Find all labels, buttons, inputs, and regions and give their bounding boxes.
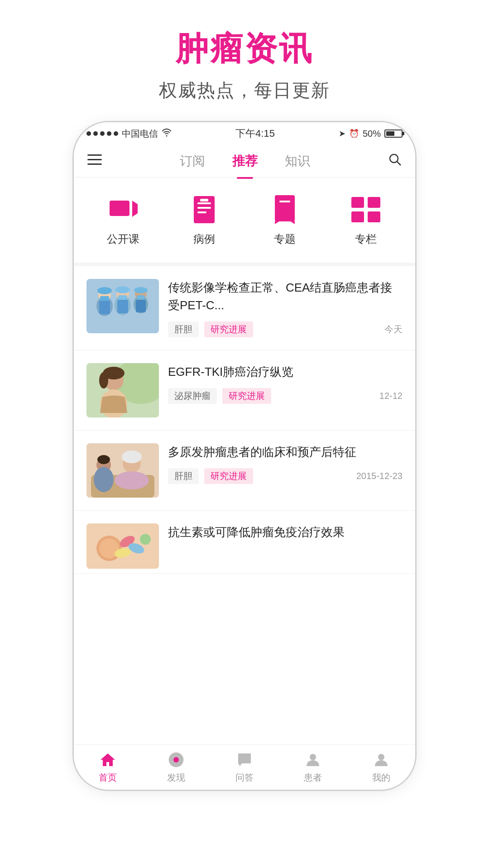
location-icon: ➤ xyxy=(339,129,345,139)
svg-point-39 xyxy=(99,372,108,388)
category-label-column: 专栏 xyxy=(355,232,377,246)
tab-recommend[interactable]: 推荐 xyxy=(232,149,258,173)
svg-line-4 xyxy=(397,162,401,165)
article-content-2: EGFR-TKI肺癌治疗纵览 泌尿肿瘤 研究进展 12-12 xyxy=(168,363,403,404)
bottom-nav-qa[interactable]: 问答 xyxy=(211,751,279,784)
bottom-nav: 首页 发现 问答 xyxy=(74,744,415,790)
article-title-3: 多原发肿瘤患者的临床和预产后特征 xyxy=(168,443,403,461)
home-icon xyxy=(98,751,118,769)
nav-tab-group: 订阅 推荐 知识 xyxy=(106,149,384,173)
signal-dot xyxy=(107,131,111,136)
svg-rect-24 xyxy=(100,296,109,301)
svg-point-49 xyxy=(94,467,114,492)
article-item-1[interactable]: 传统影像学检查正常、CEA结直肠癌患者接受PET-C... 肝胆 研究进展 今天 xyxy=(74,266,415,350)
svg-rect-29 xyxy=(118,295,127,300)
svg-point-28 xyxy=(115,286,130,293)
svg-point-33 xyxy=(134,287,148,293)
battery-tip xyxy=(403,132,404,135)
article-item-3[interactable]: 多原发肿瘤患者的临床和预产后特征 肝胆 研究进展 2015-12-23 xyxy=(74,431,415,511)
menu-icon[interactable] xyxy=(83,149,106,173)
article-tags-1: 肝胆 研究进展 今天 xyxy=(168,321,403,337)
alarm-icon: ⏰ xyxy=(349,129,359,139)
bottom-nav-label-mine: 我的 xyxy=(372,772,390,784)
signal-dot xyxy=(114,131,118,136)
bottom-nav-label-qa: 问答 xyxy=(235,772,254,784)
video-icon xyxy=(105,194,141,225)
svg-point-23 xyxy=(97,287,112,294)
category-open-course[interactable]: 公开课 xyxy=(105,194,141,246)
article-date-2: 12-12 xyxy=(379,391,403,401)
svg-point-56 xyxy=(140,534,151,545)
category-special[interactable]: 专题 xyxy=(267,194,303,246)
svg-rect-17 xyxy=(351,211,364,222)
svg-rect-22 xyxy=(99,301,110,314)
category-label-case: 病例 xyxy=(193,232,215,246)
svg-rect-27 xyxy=(117,300,128,313)
svg-rect-15 xyxy=(351,197,364,208)
article-date-3: 2015-12-23 xyxy=(356,471,403,481)
nav-tabs: 订阅 推荐 知识 xyxy=(74,145,415,177)
category-label-open-course: 公开课 xyxy=(107,232,139,246)
signal-dot xyxy=(86,131,91,136)
article-date-1: 今天 xyxy=(384,323,403,336)
category-row: 公开课 病例 xyxy=(74,177,415,266)
article-tags-2: 泌尿肿瘤 研究进展 12-12 xyxy=(168,388,403,404)
tag-urology: 泌尿肿瘤 xyxy=(168,388,217,404)
phone-frame: 中国电信 下午4:15 ➤ ⏰ 50% xyxy=(72,121,417,791)
tag-research-2: 研究进展 xyxy=(222,388,271,404)
article-list: 传统影像学检查正常、CEA结直肠癌患者接受PET-C... 肝胆 研究进展 今天 xyxy=(74,266,415,744)
article-image-3 xyxy=(86,443,159,498)
bottom-nav-label-home: 首页 xyxy=(99,772,117,784)
svg-rect-5 xyxy=(110,201,129,216)
category-label-special: 专题 xyxy=(274,232,296,246)
user-icon xyxy=(371,751,391,769)
bottom-nav-mine[interactable]: 我的 xyxy=(347,751,415,784)
carrier-label: 中国电信 xyxy=(122,128,158,140)
article-title-1: 传统影像学检查正常、CEA结直肠癌患者接受PET-C... xyxy=(168,279,403,314)
article-title-2: EGFR-TKI肺癌治疗纵览 xyxy=(168,363,403,381)
svg-point-48 xyxy=(97,455,110,464)
battery-percent: 50% xyxy=(363,129,381,139)
article-item-4[interactable]: 抗生素或可降低肿瘤免疫治疗效果 xyxy=(74,511,415,574)
svg-rect-2 xyxy=(87,163,102,165)
tab-knowledge[interactable]: 知识 xyxy=(285,149,310,173)
svg-rect-34 xyxy=(137,295,145,299)
bottom-nav-label-discover: 发现 xyxy=(167,772,185,784)
svg-point-61 xyxy=(378,754,384,760)
chat-icon xyxy=(235,751,254,769)
article-content-1: 传统影像学检查正常、CEA结直肠癌患者接受PET-C... 肝胆 研究进展 今天 xyxy=(168,279,403,337)
svg-rect-0 xyxy=(87,154,102,156)
person-icon xyxy=(303,751,323,769)
status-right: ➤ ⏰ 50% xyxy=(339,129,403,139)
grid-icon xyxy=(348,194,384,225)
svg-point-59 xyxy=(173,757,179,762)
bottom-nav-label-patient: 患者 xyxy=(304,772,322,784)
article-item-2[interactable]: EGFR-TKI肺癌治疗纵览 泌尿肿瘤 研究进展 12-12 xyxy=(74,350,415,431)
bottom-nav-discover[interactable]: 发现 xyxy=(142,751,211,784)
signal-dot xyxy=(93,131,98,136)
bottom-nav-patient[interactable]: 患者 xyxy=(278,751,347,784)
article-content-4: 抗生素或可降低肿瘤免疫治疗效果 xyxy=(168,523,403,541)
tag-research-3: 研究进展 xyxy=(204,468,253,484)
page-header: 肿瘤资讯 权威热点，每日更新 xyxy=(159,0,330,103)
time-display: 下午4:15 xyxy=(235,127,275,140)
tab-subscribe[interactable]: 订阅 xyxy=(180,149,205,173)
compass-icon xyxy=(166,751,186,769)
page-title: 肿瘤资讯 xyxy=(159,27,330,71)
svg-rect-10 xyxy=(197,211,206,213)
svg-point-46 xyxy=(115,471,149,489)
svg-point-60 xyxy=(310,754,316,760)
article-title-4: 抗生素或可降低肿瘤免疫治疗效果 xyxy=(168,523,403,541)
tag-liver-2: 肝胆 xyxy=(168,468,199,484)
search-icon[interactable] xyxy=(384,148,406,174)
article-content-3: 多原发肿瘤患者的临床和预产后特征 肝胆 研究进展 2015-12-23 xyxy=(168,443,403,484)
status-bar: 中国电信 下午4:15 ➤ ⏰ 50% xyxy=(74,122,415,145)
bottom-nav-home[interactable]: 首页 xyxy=(74,751,142,784)
signal-dots xyxy=(86,131,118,136)
article-image-2 xyxy=(86,363,159,417)
wifi-icon xyxy=(162,129,172,139)
category-column[interactable]: 专栏 xyxy=(348,194,384,246)
tag-research: 研究进展 xyxy=(204,321,253,337)
category-case[interactable]: 病例 xyxy=(186,194,222,246)
svg-rect-9 xyxy=(197,207,211,209)
